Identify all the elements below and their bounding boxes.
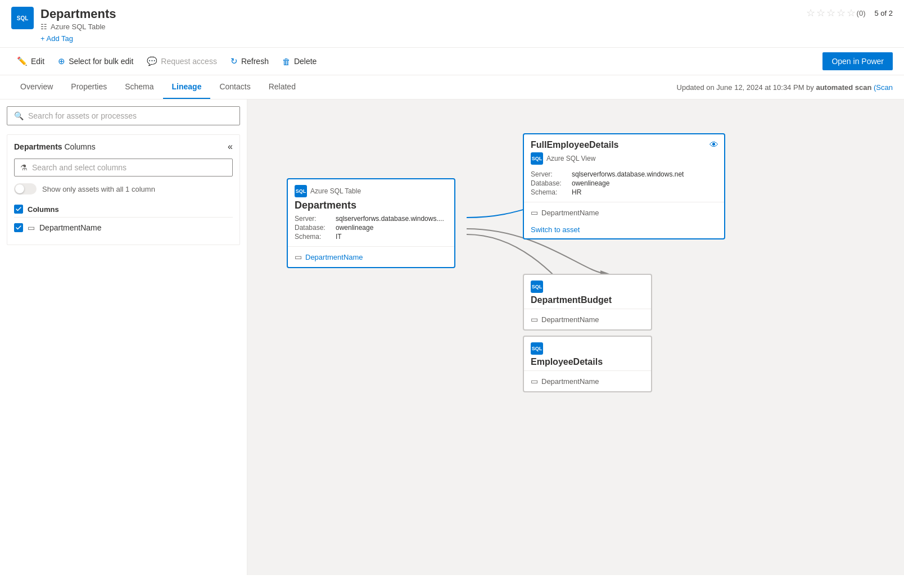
star-rating[interactable]: ☆ ☆ ☆ ☆ ☆ (0) bbox=[806, 7, 866, 19]
node-info-full: Server: sqlserverforws.database.windows.… bbox=[524, 170, 724, 202]
page-title: Departments bbox=[40, 7, 116, 21]
col-icon-emp: ▭ bbox=[531, 377, 538, 386]
open-power-button[interactable]: Open in Power bbox=[822, 52, 893, 70]
node-fullemployeedetails[interactable]: 👁 FullEmployeeDetails SQL Azure SQL View… bbox=[523, 133, 725, 239]
delete-button[interactable]: 🗑 Delete bbox=[277, 53, 322, 70]
tab-overview[interactable]: Overview bbox=[11, 75, 62, 99]
column-search-bar[interactable]: ⚗ bbox=[14, 159, 233, 177]
sql-icon: SQL bbox=[11, 7, 34, 29]
column-group-header: Columns bbox=[14, 201, 233, 218]
node-name-budget: DepartmentBudget bbox=[531, 295, 644, 305]
add-tag-button[interactable]: + Add Tag bbox=[40, 34, 116, 43]
node-departments[interactable]: SQL Azure SQL Table Departments Server: … bbox=[287, 178, 455, 268]
select-bulk-button[interactable]: ⊕ Select for bulk edit bbox=[52, 53, 139, 70]
col-name-full: DepartmentName bbox=[541, 209, 599, 217]
col-name-emp: DepartmentName bbox=[541, 377, 599, 386]
columns-group: Columns ▭ DepartmentName bbox=[14, 201, 233, 236]
check-icon-2 bbox=[16, 225, 21, 230]
add-circle-icon: ⊕ bbox=[58, 56, 65, 66]
chat-icon: 💬 bbox=[147, 56, 157, 66]
refresh-button[interactable]: ↻ Refresh bbox=[225, 53, 274, 70]
departmentname-checkbox[interactable] bbox=[14, 223, 23, 232]
column-name-departmentname: DepartmentName bbox=[39, 223, 102, 232]
switch-to-asset-link[interactable]: Switch to asset bbox=[531, 225, 580, 234]
edit-icon: ✏️ bbox=[17, 56, 28, 66]
header-title: Departments ☷ Azure SQL Table + Add Tag bbox=[40, 7, 116, 43]
node-sql-icon-t1: SQL bbox=[531, 152, 543, 165]
tab-schema[interactable]: Schema bbox=[116, 75, 162, 99]
page-header: SQL Departments ☷ Azure SQL Table + Add … bbox=[0, 0, 904, 48]
updated-info: Updated on June 12, 2024 at 10:34 PM by … bbox=[677, 83, 893, 92]
eye-icon: 👁 bbox=[709, 140, 718, 150]
left-panel: 🔍 Departments Columns « ⚗ Show only asse… bbox=[0, 99, 247, 575]
node-footer-full: Switch to asset bbox=[524, 223, 724, 238]
node-columns-budget: ▭ DepartmentName bbox=[524, 309, 651, 329]
collapse-button[interactable]: « bbox=[228, 142, 233, 152]
tab-related[interactable]: Related bbox=[260, 75, 305, 99]
trash-icon: 🗑 bbox=[282, 57, 291, 66]
column-search-input[interactable] bbox=[32, 163, 227, 172]
col-icon-full: ▭ bbox=[531, 208, 538, 217]
grid-icon: ☷ bbox=[40, 22, 47, 31]
scan-link[interactable]: (Scan bbox=[874, 83, 893, 92]
col-icon-budget: ▭ bbox=[531, 315, 538, 324]
filter-icon: ⚗ bbox=[20, 163, 28, 172]
node-name-departments: Departments bbox=[295, 200, 448, 211]
search-icon: 🔍 bbox=[14, 111, 24, 120]
tab-contacts[interactable]: Contacts bbox=[210, 75, 259, 99]
columns-panel: Departments Columns « ⚗ Show only assets… bbox=[7, 134, 240, 245]
tabs-bar: Overview Properties Schema Lineage Conta… bbox=[0, 75, 904, 99]
toolbar: ✏️ Edit ⊕ Select for bulk edit 💬 Request… bbox=[0, 48, 904, 75]
check-icon bbox=[16, 207, 21, 211]
toggle-row: Show only assets with all 1 column bbox=[14, 183, 233, 195]
node-type-label-main: Azure SQL Table bbox=[310, 187, 361, 195]
node-sql-icon-t3: SQL bbox=[531, 342, 543, 355]
col-name-dept: DepartmentName bbox=[305, 253, 363, 261]
node-info-departments: Server: sqlserverforws.database.windows.… bbox=[288, 215, 454, 246]
column-icon: ▭ bbox=[28, 223, 35, 232]
request-access-button[interactable]: 💬 Request access bbox=[141, 53, 223, 70]
node-columns-departments: ▭ DepartmentName bbox=[288, 246, 454, 267]
node-sql-icon-main: SQL bbox=[295, 185, 307, 197]
header-right: ☆ ☆ ☆ ☆ ☆ (0) 5 of 2 bbox=[806, 7, 893, 19]
main-content: 🔍 Departments Columns « ⚗ Show only asse… bbox=[0, 99, 904, 575]
panel-title: Departments Columns bbox=[14, 142, 96, 151]
node-columns-full: ▭ DepartmentName bbox=[524, 202, 724, 223]
node-sql-icon-t2: SQL bbox=[531, 281, 543, 293]
toggle-knob bbox=[15, 184, 24, 193]
node-employeedetails[interactable]: SQL EmployeeDetails ▭ DepartmentName bbox=[523, 336, 652, 392]
toggle-label: Show only assets with all 1 column bbox=[42, 185, 155, 193]
col-icon-dept: ▭ bbox=[295, 252, 302, 261]
node-name-full: FullEmployeeDetails bbox=[531, 140, 717, 150]
group-label: Columns bbox=[28, 205, 59, 214]
toggle-switch[interactable] bbox=[14, 183, 37, 195]
panel-header: Departments Columns « bbox=[14, 142, 233, 152]
tab-lineage[interactable]: Lineage bbox=[163, 75, 211, 99]
node-name-emp: EmployeeDetails bbox=[531, 357, 644, 367]
node-columns-emp: ▭ DepartmentName bbox=[524, 370, 651, 391]
tab-properties[interactable]: Properties bbox=[62, 75, 116, 99]
asset-search-bar[interactable]: 🔍 bbox=[7, 106, 240, 125]
col-name-budget: DepartmentName bbox=[541, 315, 599, 324]
column-item-departmentname: ▭ DepartmentName bbox=[14, 220, 233, 236]
refresh-icon: ↻ bbox=[230, 56, 238, 66]
asset-type: Azure SQL Table bbox=[51, 22, 106, 31]
asset-search-input[interactable] bbox=[28, 111, 233, 120]
lineage-canvas: SQL Azure SQL Table Departments Server: … bbox=[247, 99, 904, 575]
node-departmentbudget[interactable]: SQL DepartmentBudget ▭ DepartmentName bbox=[523, 274, 652, 331]
node-type-label-t1: Azure SQL View bbox=[546, 155, 595, 162]
columns-checkbox[interactable] bbox=[14, 205, 23, 214]
edit-button[interactable]: ✏️ Edit bbox=[11, 53, 50, 70]
